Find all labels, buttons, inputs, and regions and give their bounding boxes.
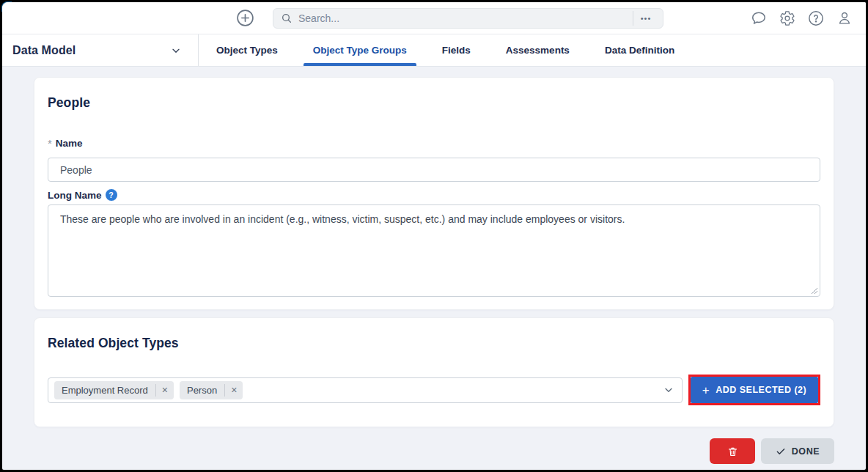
app-window: ••• (2, 2, 866, 470)
search-more-button[interactable]: ••• (633, 14, 658, 23)
tag-label: Employment Record (54, 385, 155, 396)
people-card: People * Name Long Name ? These are peop… (34, 77, 834, 310)
tab-object-types[interactable]: Object Types (207, 34, 287, 66)
plus-icon: + (702, 384, 710, 397)
topbar-icon-group (751, 10, 853, 26)
done-label: DONE (792, 446, 820, 457)
action-buttons-row: DONE (34, 438, 834, 464)
tab-assessments[interactable]: Assessments (496, 34, 579, 66)
search-input[interactable] (293, 12, 633, 24)
module-selector-dropdown[interactable]: Data Model (2, 34, 199, 66)
tag-label: Person (180, 385, 224, 396)
chat-icon[interactable] (751, 10, 767, 26)
help-circle-icon[interactable] (808, 10, 824, 26)
search-bar: ••• (273, 8, 663, 29)
tag-remove-icon[interactable]: × (155, 384, 174, 397)
top-bar: ••• (2, 2, 866, 34)
related-row: Employment Record × Person × (48, 375, 820, 405)
long-name-field-label: Long Name ? (48, 189, 820, 201)
chevron-down-icon[interactable] (663, 384, 674, 396)
long-name-textarea-wrap: These are people who are involved in an … (48, 204, 820, 297)
help-tooltip-icon[interactable]: ? (106, 189, 117, 201)
search-icon (281, 12, 293, 24)
trash-icon (727, 446, 738, 457)
user-profile-icon[interactable] (836, 10, 853, 26)
tab-data-definition[interactable]: Data Definition (595, 34, 684, 66)
tag-remove-icon[interactable]: × (224, 384, 243, 397)
main-content: People * Name Long Name ? These are peop… (2, 67, 866, 470)
delete-button[interactable] (710, 438, 755, 464)
long-name-textarea[interactable]: These are people who are involved in an … (48, 204, 820, 297)
related-object-types-card: Related Object Types Employment Record ×… (34, 317, 834, 427)
tag-employment-record: Employment Record × (54, 381, 174, 399)
tab-object-type-groups[interactable]: Object Type Groups (304, 34, 416, 66)
done-button[interactable]: DONE (761, 438, 834, 464)
annotation-highlight-border: + ADD SELECTED (2) (688, 375, 820, 405)
chevron-down-icon (170, 45, 182, 56)
add-selected-button[interactable]: + ADD SELECTED (2) (691, 377, 818, 403)
quick-add-icon[interactable] (236, 9, 254, 27)
people-card-title: People (48, 95, 820, 111)
related-object-types-multiselect[interactable]: Employment Record × Person × (48, 377, 683, 403)
add-selected-label: ADD SELECTED (2) (716, 385, 806, 395)
selected-tags: Employment Record × Person × (54, 381, 657, 399)
related-card-title: Related Object Types (48, 336, 820, 351)
name-input[interactable] (48, 158, 820, 182)
settings-gear-icon[interactable] (779, 10, 795, 26)
long-name-label-text: Long Name (48, 190, 102, 201)
checkmark-icon (776, 446, 786, 457)
nav-bar: Data Model Object Types Object Type Grou… (2, 34, 866, 67)
tag-person: Person × (180, 381, 243, 399)
required-asterisk: * (48, 137, 52, 150)
tab-strip: Object Types Object Type Groups Fields A… (207, 34, 700, 66)
tab-fields[interactable]: Fields (433, 34, 480, 66)
name-field-label: * Name (48, 137, 820, 150)
name-label-text: Name (56, 138, 83, 149)
module-selector-label: Data Model (12, 44, 76, 57)
